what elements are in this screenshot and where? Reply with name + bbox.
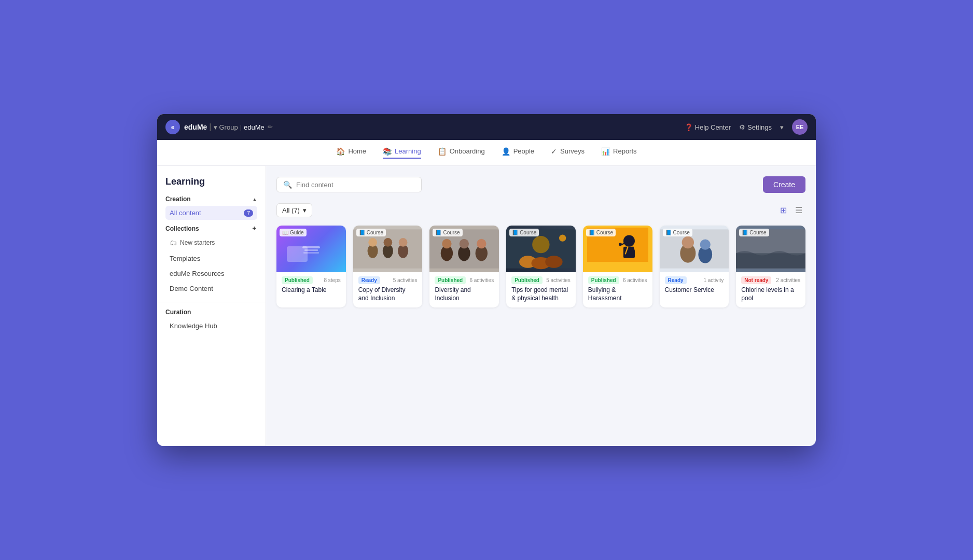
card-body: Published 5 activities Tips for good men… [506, 272, 576, 307]
card-thumbnail: 📘 Course [660, 226, 729, 272]
knowledge-hub-label: Knowledge Hub [170, 322, 217, 330]
search-box[interactable]: 🔍 [276, 177, 422, 192]
filter-dropdown[interactable]: All (7) ▾ [276, 203, 312, 217]
svg-point-14 [460, 239, 469, 248]
sidebar-item-new-starters[interactable]: 🗂 New starters [165, 236, 257, 249]
card-title: Diversity and Inclusion [435, 286, 494, 302]
card-meta: Ready 1 activity [665, 276, 724, 284]
edume-resources-label: eduMe Resources [170, 270, 225, 277]
status-badge: Published [282, 276, 313, 284]
sidebar-item-all-content[interactable]: All content 7 [165, 206, 257, 220]
tab-onboarding[interactable]: 📋 Onboarding [438, 147, 485, 159]
card-copy-diversity[interactable]: 📘 Course [353, 226, 423, 307]
breadcrumb-group[interactable]: ▾ [214, 123, 217, 131]
svg-rect-1 [304, 249, 318, 251]
help-center-link[interactable]: ❓ Help Center [685, 123, 731, 131]
view-toggles: ⊞ ☰ [777, 203, 805, 217]
tab-people[interactable]: 👤 People [502, 147, 534, 159]
status-badge: Published [435, 276, 466, 284]
tab-surveys-label: Surveys [560, 147, 585, 155]
sidebar-item-templates[interactable]: Templates [165, 251, 257, 265]
card-count: 5 activities [393, 277, 418, 283]
breadcrumb-group-label: Group [219, 123, 238, 131]
card-thumbnail: 📘 Course [583, 226, 652, 272]
all-content-badge: 7 [244, 209, 253, 217]
svg-point-5 [368, 238, 377, 247]
breadcrumb-workspace: eduMe [244, 123, 265, 131]
svg-rect-25 [623, 247, 635, 258]
status-badge: Ready [665, 276, 687, 284]
help-label: Help Center [695, 123, 731, 131]
curation-label: Curation [165, 309, 191, 316]
tab-home[interactable]: 🏠 Home [336, 147, 366, 159]
card-type-badge: 📘 Course [509, 229, 539, 236]
home-icon: 🏠 [336, 147, 345, 156]
logo-area[interactable]: e eduMe [165, 120, 207, 134]
card-body: Published 8 steps Clearing a Table [276, 272, 346, 300]
card-body: Ready 1 activity Customer Service [660, 272, 729, 300]
creation-label: Creation [165, 195, 191, 203]
add-collection-icon[interactable]: ＋ [251, 224, 257, 233]
course-icon: 📘 [589, 230, 595, 235]
status-badge: Published [588, 276, 619, 284]
search-input[interactable] [296, 181, 415, 189]
card-count: 5 activities [546, 277, 571, 283]
settings-label: Settings [747, 123, 772, 131]
surveys-icon: ✓ [551, 147, 557, 156]
secondary-navigation: 🏠 Home 📚 Learning 📋 Onboarding 👤 People … [157, 140, 816, 166]
svg-point-16 [477, 239, 486, 248]
help-icon: ❓ [685, 123, 693, 131]
card-body: Published 6 activities Diversity and Inc… [429, 272, 499, 307]
create-button[interactable]: Create [763, 176, 805, 193]
sidebar-divider [157, 302, 266, 302]
learning-icon: 📚 [383, 147, 392, 156]
card-type-label: Course [749, 230, 766, 235]
edume-logo: e [165, 120, 180, 134]
main-layout: Learning Creation ▲ All content 7 Collec… [157, 166, 816, 446]
card-body: Not ready 2 activities Chlorine levels i… [736, 272, 805, 307]
card-count: 6 activities [623, 277, 647, 283]
edit-workspace-icon[interactable]: ✏ [268, 123, 273, 131]
svg-point-34 [700, 240, 710, 250]
card-meta: Published 6 activities [588, 276, 647, 284]
status-badge: Published [511, 276, 543, 284]
card-type-badge: 📘 Course [663, 229, 692, 236]
card-customer-service[interactable]: 📘 Course Ready [660, 226, 729, 307]
card-clearing-a-table[interactable]: 📖 Guide Published 8 steps [276, 226, 346, 307]
course-icon: 📘 [359, 230, 365, 235]
card-chlorine[interactable]: 📘 Course Not ready 2 activities [736, 226, 805, 307]
card-mental-health[interactable]: 📘 Course [506, 226, 576, 307]
guide-icon: 📖 [282, 230, 288, 235]
avatar[interactable]: EE [792, 119, 808, 135]
tab-surveys[interactable]: ✓ Surveys [551, 147, 585, 159]
demo-content-label: Demo Content [170, 285, 213, 292]
card-type-label: Guide [290, 230, 304, 235]
creation-section: Creation ▲ All content 7 Collections ＋ 🗂… [157, 195, 266, 296]
card-diversity[interactable]: 📘 Course [429, 226, 499, 307]
card-type-badge: 📖 Guide [280, 229, 307, 236]
tab-learning[interactable]: 📚 Learning [383, 147, 421, 159]
new-starters-icon: 🗂 [170, 239, 177, 247]
gear-icon: ⚙ [739, 123, 745, 131]
card-meta: Published 6 activities [435, 276, 494, 284]
card-thumbnail: 📘 Course [506, 226, 576, 272]
card-count: 2 activities [776, 277, 800, 283]
card-bullying[interactable]: 📘 Course [583, 226, 652, 307]
list-view-toggle[interactable]: ☰ [792, 203, 805, 217]
creation-section-header[interactable]: Creation ▲ [165, 195, 257, 203]
curation-section: Curation Knowledge Hub [157, 309, 266, 333]
curation-section-header[interactable]: Curation [165, 309, 257, 316]
grid-view-toggle[interactable]: ⊞ [777, 203, 790, 217]
course-icon: 📘 [512, 230, 518, 235]
sidebar-item-demo-content[interactable]: Demo Content [165, 282, 257, 296]
sidebar-item-edume-resources[interactable]: eduMe Resources [165, 267, 257, 281]
settings-link[interactable]: ⚙ Settings [739, 123, 772, 131]
card-title: Tips for good mental & physical health [511, 286, 571, 302]
chevron-down-icon[interactable]: ▾ [780, 123, 784, 131]
card-type-label: Course [520, 230, 536, 235]
collections-section-header[interactable]: Collections ＋ [165, 224, 257, 233]
tab-reports[interactable]: 📊 Reports [601, 147, 637, 159]
sidebar-item-knowledge-hub[interactable]: Knowledge Hub [165, 319, 257, 333]
card-count: 1 activity [703, 277, 724, 283]
svg-point-9 [398, 238, 407, 247]
